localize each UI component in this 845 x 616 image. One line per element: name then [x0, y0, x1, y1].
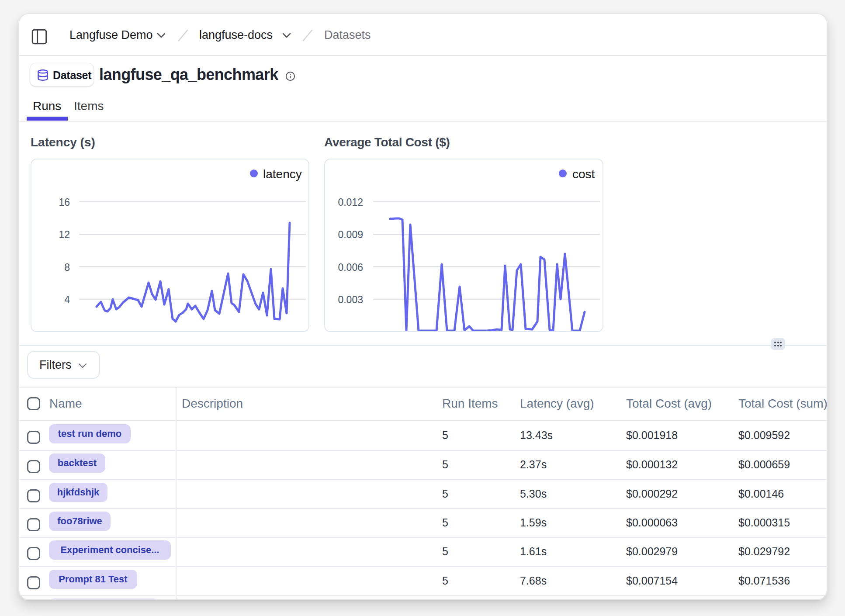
svg-text:0.009: 0.009 [338, 229, 363, 240]
svg-text:cost: cost [572, 167, 595, 181]
svg-text:8: 8 [64, 262, 70, 273]
svg-text:4: 4 [64, 294, 70, 305]
svg-text:0.012: 0.012 [338, 197, 363, 208]
svg-text:0.003: 0.003 [338, 294, 363, 305]
svg-text:16: 16 [59, 197, 70, 208]
svg-text:0.006: 0.006 [338, 262, 363, 273]
svg-text:12: 12 [59, 229, 70, 240]
svg-text:latency: latency [263, 167, 302, 181]
